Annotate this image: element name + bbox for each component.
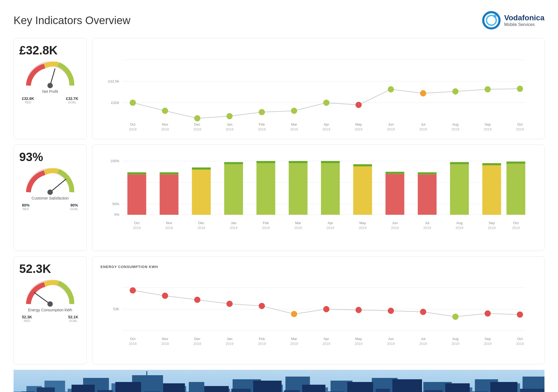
svg-rect-203 bbox=[520, 389, 544, 392]
svg-point-19 bbox=[420, 91, 426, 96]
svg-text:2019: 2019 bbox=[423, 226, 431, 230]
svg-point-50 bbox=[47, 190, 53, 195]
svg-text:Nov: Nov bbox=[166, 221, 172, 225]
svg-text:2019: 2019 bbox=[322, 127, 330, 131]
svg-rect-202 bbox=[490, 382, 517, 392]
svg-text:Sep: Sep bbox=[485, 122, 491, 126]
svg-rect-184 bbox=[72, 385, 95, 392]
svg-point-126 bbox=[453, 314, 458, 319]
svg-line-110 bbox=[34, 293, 50, 304]
svg-text:Oct: Oct bbox=[130, 122, 135, 126]
energy-red-stat: 52.3K RED bbox=[22, 315, 32, 322]
svg-text:2019: 2019 bbox=[456, 226, 463, 230]
svg-rect-58 bbox=[127, 174, 146, 215]
svg-text:May: May bbox=[359, 221, 366, 225]
svg-text:Mar: Mar bbox=[291, 122, 297, 126]
svg-text:Apr: Apr bbox=[328, 221, 333, 225]
svg-rect-61 bbox=[160, 172, 178, 174]
svg-rect-77 bbox=[418, 172, 436, 174]
satisfaction-gauge bbox=[23, 165, 77, 195]
svg-rect-62 bbox=[192, 169, 210, 215]
energy-label: Energy Consumption kWh bbox=[28, 308, 72, 312]
energy-goal-value: 52.1K bbox=[68, 315, 78, 319]
header: Key Indicators Overview Vodafonica Mobil… bbox=[14, 11, 544, 30]
satisfaction-chart-svg: 100% 50% 0% bbox=[100, 153, 536, 244]
svg-text:Jul: Jul bbox=[421, 337, 425, 341]
svg-rect-59 bbox=[127, 172, 146, 174]
svg-rect-64 bbox=[224, 164, 243, 215]
svg-rect-69 bbox=[289, 161, 307, 163]
svg-text:0%: 0% bbox=[114, 213, 119, 217]
svg-rect-185 bbox=[97, 390, 113, 392]
svg-text:2019: 2019 bbox=[419, 342, 427, 346]
svg-point-10 bbox=[130, 100, 135, 106]
svg-text:2019: 2019 bbox=[387, 127, 395, 131]
svg-point-117 bbox=[162, 293, 168, 299]
energy-red-value: 52.3K bbox=[22, 315, 32, 319]
net-profit-red-value: £32.6K bbox=[22, 96, 34, 101]
svg-point-22 bbox=[517, 86, 523, 92]
svg-point-17 bbox=[356, 102, 361, 107]
svg-point-120 bbox=[259, 303, 265, 309]
svg-text:£32.5K: £32.5K bbox=[108, 79, 119, 83]
skyline-svg bbox=[14, 370, 544, 392]
logo-name: Vodafonica bbox=[504, 14, 544, 22]
svg-text:Oct: Oct bbox=[134, 221, 140, 225]
svg-point-119 bbox=[227, 301, 232, 306]
svg-text:Oct: Oct bbox=[517, 122, 523, 126]
energy-red-label: RED bbox=[22, 319, 32, 322]
svg-text:Feb: Feb bbox=[259, 122, 265, 126]
svg-point-121 bbox=[291, 311, 297, 317]
svg-point-15 bbox=[291, 108, 297, 113]
svg-rect-200 bbox=[445, 383, 470, 392]
svg-text:2018: 2018 bbox=[197, 226, 205, 230]
vodafonica-logo-icon bbox=[482, 11, 501, 30]
page: Key Indicators Overview Vodafonica Mobil… bbox=[0, 0, 558, 392]
svg-point-21 bbox=[485, 87, 490, 92]
svg-text:2018: 2018 bbox=[193, 342, 201, 346]
svg-text:2019: 2019 bbox=[391, 226, 399, 230]
svg-text:2019: 2019 bbox=[262, 226, 270, 230]
svg-text:2019: 2019 bbox=[258, 342, 266, 346]
svg-rect-66 bbox=[257, 163, 275, 215]
svg-point-125 bbox=[420, 309, 426, 315]
svg-rect-182 bbox=[37, 387, 55, 392]
svg-text:2019: 2019 bbox=[290, 342, 298, 346]
svg-text:2019: 2019 bbox=[419, 127, 427, 131]
energy-goal-label: GOAL bbox=[68, 319, 78, 322]
svg-rect-80 bbox=[482, 165, 501, 215]
svg-text:Nov: Nov bbox=[162, 122, 168, 126]
svg-point-118 bbox=[194, 297, 200, 302]
svg-rect-72 bbox=[353, 166, 372, 215]
satisfaction-goal-label: GOAL bbox=[70, 207, 78, 211]
svg-text:2019: 2019 bbox=[452, 342, 459, 346]
svg-text:2019: 2019 bbox=[290, 127, 298, 131]
svg-text:2019: 2019 bbox=[226, 127, 233, 131]
net-profit-goal-label: GOAL bbox=[66, 101, 78, 104]
net-profit-red-label: RED bbox=[22, 101, 34, 104]
svg-text:Jun: Jun bbox=[388, 122, 394, 126]
svg-point-11 bbox=[162, 108, 168, 113]
svg-rect-192 bbox=[253, 381, 282, 392]
svg-text:2019: 2019 bbox=[488, 226, 496, 230]
svg-text:Oct: Oct bbox=[517, 337, 523, 341]
svg-text:2019: 2019 bbox=[294, 226, 302, 230]
svg-text:Mar: Mar bbox=[295, 221, 301, 225]
svg-text:2019: 2019 bbox=[512, 226, 520, 230]
satisfaction-chart-card: 100% 50% 0% bbox=[92, 145, 544, 251]
energy-gauge-card: 52.3K Energy Consumption kWh 52.3K RED bbox=[14, 256, 87, 364]
svg-rect-75 bbox=[385, 172, 404, 174]
svg-text:2019: 2019 bbox=[484, 342, 492, 346]
svg-text:Jan: Jan bbox=[227, 122, 232, 126]
net-profit-red-stat: £32.6K RED bbox=[22, 96, 34, 104]
svg-text:2019: 2019 bbox=[452, 127, 459, 131]
energy-value: 52.3K bbox=[19, 262, 51, 276]
svg-text:May: May bbox=[355, 337, 362, 341]
svg-text:2019: 2019 bbox=[258, 127, 266, 131]
svg-text:Jun: Jun bbox=[388, 337, 394, 341]
svg-rect-194 bbox=[302, 385, 326, 392]
svg-rect-163 bbox=[146, 371, 147, 377]
svg-rect-78 bbox=[450, 164, 469, 215]
svg-rect-71 bbox=[321, 161, 340, 163]
svg-text:53K: 53K bbox=[113, 307, 119, 311]
